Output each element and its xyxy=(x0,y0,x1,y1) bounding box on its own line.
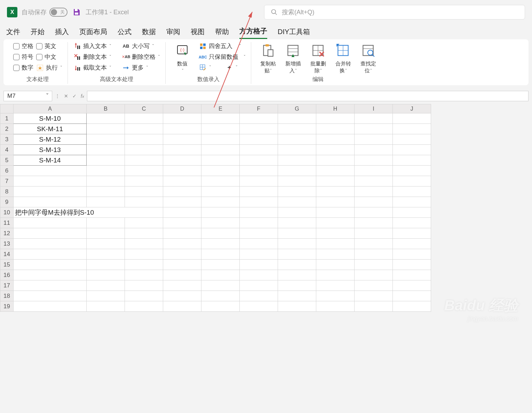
cell[interactable] xyxy=(393,124,431,134)
cell[interactable] xyxy=(87,228,125,239)
extract-text-button[interactable]: 截取文本ˇ xyxy=(73,64,111,72)
batch-delete-button[interactable]: 批量删除ˇ xyxy=(307,42,329,74)
cell[interactable] xyxy=(393,249,431,260)
cell[interactable] xyxy=(163,186,201,197)
cell[interactable] xyxy=(163,239,201,249)
col-header[interactable]: C xyxy=(125,104,163,113)
cell[interactable] xyxy=(125,260,163,270)
cell[interactable] xyxy=(393,207,431,218)
cell[interactable] xyxy=(278,270,316,280)
cell[interactable] xyxy=(240,134,278,145)
cell[interactable] xyxy=(355,218,393,228)
cell[interactable] xyxy=(240,228,278,239)
cell[interactable] xyxy=(316,155,355,166)
cell[interactable] xyxy=(393,145,431,155)
cell[interactable] xyxy=(163,301,201,312)
cell[interactable] xyxy=(125,124,163,134)
cell[interactable] xyxy=(201,113,240,124)
cell[interactable] xyxy=(278,280,316,291)
cell[interactable] xyxy=(163,270,201,280)
case-button[interactable]: AB大小写ˇ xyxy=(122,42,160,50)
cell[interactable] xyxy=(316,186,355,197)
row-header[interactable]: 11 xyxy=(0,218,14,228)
cell[interactable] xyxy=(87,270,125,280)
merge-convert-button[interactable]: 合并转换ˇ xyxy=(332,42,354,74)
col-header[interactable]: J xyxy=(393,104,431,113)
cell[interactable] xyxy=(125,145,163,155)
cell[interactable] xyxy=(87,145,125,155)
cell[interactable] xyxy=(163,260,201,270)
cell[interactable] xyxy=(87,113,125,124)
tab-help[interactable]: 帮助 xyxy=(215,25,229,39)
cell[interactable] xyxy=(393,291,431,301)
cell[interactable] xyxy=(201,207,240,218)
execute-button[interactable]: 执行ˇ xyxy=(36,64,62,72)
cell[interactable] xyxy=(355,145,393,155)
delete-space-button[interactable]: ✕AB删除空格ˇ xyxy=(122,53,160,61)
cell[interactable] xyxy=(355,260,393,270)
row-header[interactable]: 9 xyxy=(0,197,14,207)
row-header[interactable]: 3 xyxy=(0,134,14,145)
cell[interactable] xyxy=(87,218,125,228)
cell[interactable] xyxy=(240,260,278,270)
cell[interactable] xyxy=(201,186,240,197)
cell[interactable] xyxy=(240,113,278,124)
cell[interactable] xyxy=(201,155,240,166)
cell[interactable] xyxy=(278,145,316,155)
cell[interactable] xyxy=(14,218,87,228)
cell[interactable] xyxy=(240,124,278,134)
cell[interactable] xyxy=(201,176,240,186)
row-header[interactable]: 12 xyxy=(0,228,14,239)
cell[interactable] xyxy=(278,197,316,207)
cell[interactable] xyxy=(240,176,278,186)
tab-layout[interactable]: 页面布局 xyxy=(79,25,107,39)
cell[interactable] xyxy=(163,197,201,207)
tab-formula[interactable]: 公式 xyxy=(118,25,132,39)
cell[interactable] xyxy=(278,134,316,145)
cell[interactable] xyxy=(87,197,125,207)
row-header[interactable]: 15 xyxy=(0,260,14,270)
cell[interactable] xyxy=(125,176,163,186)
cell[interactable] xyxy=(355,301,393,312)
cell[interactable] xyxy=(278,207,316,218)
cell[interactable] xyxy=(316,113,355,124)
cell[interactable] xyxy=(163,249,201,260)
cell[interactable] xyxy=(393,134,431,145)
cell[interactable] xyxy=(163,176,201,186)
cell[interactable] xyxy=(355,280,393,291)
cell[interactable] xyxy=(278,291,316,301)
cell[interactable] xyxy=(240,166,278,176)
cell[interactable] xyxy=(316,280,355,291)
cell[interactable] xyxy=(278,124,316,134)
cell[interactable] xyxy=(163,291,201,301)
cell[interactable] xyxy=(201,291,240,301)
cell[interactable] xyxy=(316,270,355,280)
cell[interactable] xyxy=(316,301,355,312)
cell[interactable] xyxy=(14,270,87,280)
cell[interactable] xyxy=(87,166,125,176)
cell[interactable] xyxy=(393,280,431,291)
cell[interactable] xyxy=(393,228,431,239)
spreadsheet-grid[interactable]: A B C D E F G H I J 1S-M-102SK-M-113S-M-… xyxy=(0,104,431,312)
cancel-icon[interactable]: ✕ xyxy=(64,93,68,99)
cell[interactable] xyxy=(278,228,316,239)
tab-insert[interactable]: 插入 xyxy=(55,25,69,39)
add-insert-button[interactable]: 新增插入ˇ xyxy=(282,42,304,74)
cell[interactable]: SK-M-11 xyxy=(14,124,87,134)
cell[interactable] xyxy=(278,249,316,260)
col-header[interactable]: A xyxy=(14,104,87,113)
cell[interactable] xyxy=(278,260,316,270)
cell[interactable] xyxy=(316,197,355,207)
cell[interactable] xyxy=(355,176,393,186)
misc-numeric-row[interactable]: ˇ +ˇ xyxy=(199,64,245,71)
cell[interactable] xyxy=(87,239,125,249)
cell[interactable] xyxy=(316,166,355,176)
cell[interactable] xyxy=(278,186,316,197)
cell[interactable] xyxy=(316,134,355,145)
cell[interactable] xyxy=(163,124,201,134)
row-header[interactable]: 7 xyxy=(0,176,14,186)
cell[interactable] xyxy=(355,186,393,197)
cell[interactable] xyxy=(87,249,125,260)
name-box[interactable]: M7ˇ xyxy=(3,91,52,101)
cell[interactable] xyxy=(125,218,163,228)
